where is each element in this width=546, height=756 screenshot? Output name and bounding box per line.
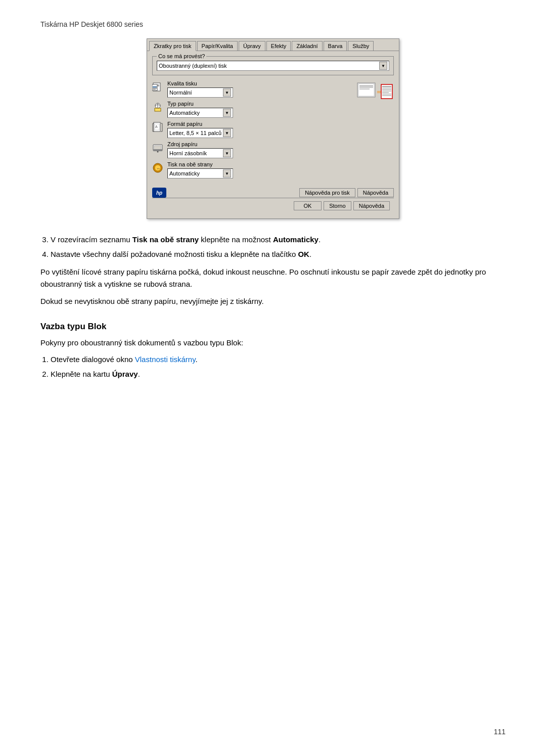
block-step2-text: Klepněte na kartu	[51, 370, 112, 378]
quality-dropdown[interactable]: Normální ▼	[167, 87, 233, 98]
block-step2-bold: Úpravy	[112, 370, 138, 378]
page-number: 111	[494, 728, 506, 736]
paragraph-1: Po vytištění lícové strany papíru tiskár…	[40, 266, 506, 290]
quality-icon	[152, 81, 164, 94]
step3-bold2: Automaticky	[273, 235, 318, 244]
step3-bold: Tisk na obě strany	[132, 235, 199, 244]
paper-source-icon	[152, 142, 164, 154]
group-label: Co se má provést?	[157, 53, 206, 59]
block-step1-text: Otevřete dialogové okno	[51, 355, 135, 364]
step4-text: Nastavte všechny další požadované možnos…	[51, 250, 298, 258]
svg-rect-10	[155, 108, 161, 111]
paper-format-label: Formát papíru	[167, 121, 233, 127]
step4-bold: OK	[298, 250, 309, 258]
svg-text:↔: ↔	[156, 166, 160, 171]
svg-rect-6	[153, 88, 157, 88]
block-steps-list: Otevřete dialogové okno Vlastnosti tiská…	[51, 354, 506, 380]
help-buttons-area: Nápověda pro tisk Nápověda	[299, 188, 394, 197]
tab-edits[interactable]: Úpravy	[239, 41, 265, 51]
paper-source-dropdown[interactable]: Horní zásobník ▼	[167, 148, 233, 158]
help2-button[interactable]: Nápověda	[353, 201, 390, 210]
preview-panel: ⇒	[238, 80, 394, 182]
duplex-row: ↔ Tisk na obě strany Automaticky ▼	[152, 161, 233, 179]
svg-rect-22	[153, 149, 162, 151]
dialog-content: Co se má provést? Oboustranný (duplexní)…	[147, 51, 399, 218]
block-step1-dot: .	[196, 355, 198, 364]
paper-source-row: Zdroj papíru Horní zásobník ▼	[152, 141, 233, 158]
paper-type-icon	[152, 102, 164, 114]
svg-point-23	[157, 151, 159, 153]
block-step2-dot: .	[138, 370, 140, 378]
ok-cancel-area: OK Storno Nápověda	[152, 198, 394, 213]
block-step-2: Klepněte na kartu Úpravy.	[51, 369, 506, 380]
quality-arrow-icon[interactable]: ▼	[223, 88, 231, 97]
ok-button[interactable]: OK	[294, 201, 322, 210]
what-to-do-group: Co se má provést? Oboustranný (duplexní)…	[152, 56, 394, 75]
printer-properties-dialog: Zkratky pro tisk Papír/Kvalita Úpravy Ef…	[147, 38, 399, 219]
cancel-button[interactable]: Storno	[324, 201, 351, 210]
paper-format-icon: A	[152, 122, 164, 134]
page-title: Tiskárna HP Deskjet 6800 series	[40, 20, 506, 28]
dialog-wrapper: Zkratky pro tisk Papír/Kvalita Úpravy Ef…	[40, 38, 506, 219]
content-section: V rozevíracím seznamu Tisk na obě strany…	[40, 234, 506, 380]
tab-basic[interactable]: Základní	[292, 41, 322, 51]
action-dropdown[interactable]: Oboustranný (duplexní) tisk ▼	[157, 61, 389, 71]
paper-format-value: Letter, 8,5 × 11 palců	[169, 130, 221, 136]
svg-text:A: A	[155, 125, 158, 128]
printer-preview-area: ⇒	[238, 80, 394, 113]
paper-source-arrow-icon[interactable]: ▼	[223, 149, 231, 157]
dropdown-arrow-icon[interactable]: ▼	[379, 62, 387, 70]
paper-format-arrow-icon[interactable]: ▼	[223, 129, 231, 137]
paper-type-field: Typ papíru Automaticky ▼	[167, 101, 233, 118]
duplex-icon: ↔	[152, 162, 164, 174]
duplex-value: Automaticky	[169, 170, 200, 176]
paper-format-field: Formát papíru Letter, 8,5 × 11 palců ▼	[167, 121, 233, 138]
step3-rest: klepněte na možnost	[199, 235, 273, 244]
paper-source-value: Horní zásobník	[169, 150, 207, 156]
paper-type-dropdown[interactable]: Automaticky ▼	[167, 108, 233, 118]
action-dropdown-value: Oboustranný (duplexní) tisk	[159, 63, 227, 69]
svg-rect-5	[153, 86, 157, 87]
duplex-label: Tisk na obě strany	[167, 161, 233, 167]
paper-type-value: Automaticky	[169, 110, 200, 116]
paper-type-row: Typ papíru Automaticky ▼	[152, 101, 233, 118]
svg-rect-21	[154, 146, 161, 150]
duplex-field: Tisk na obě strany Automaticky ▼	[167, 161, 233, 179]
paper-type-label: Typ papíru	[167, 101, 233, 107]
paper-source-field: Zdroj papíru Horní zásobník ▼	[167, 141, 233, 158]
fields-panel: Kvalita tisku Normální ▼	[152, 80, 233, 182]
section-intro: Pokyny pro oboustranný tisk dokumentů s …	[40, 337, 506, 349]
hp-logo: hp	[152, 188, 166, 198]
step4-dot: .	[309, 250, 311, 258]
step3-text: V rozevíracím seznamu	[51, 235, 132, 244]
vlastnosti-link[interactable]: Vlastnosti tiskárny	[135, 355, 196, 364]
block-step-1: Otevřete dialogové okno Vlastnosti tiská…	[51, 354, 506, 366]
quality-label: Kvalita tisku	[167, 80, 233, 86]
quality-field: Kvalita tisku Normální ▼	[167, 80, 233, 98]
duplex-arrow-icon[interactable]: ▼	[223, 169, 231, 177]
paragraph-2: Dokud se nevytisknou obě strany papíru, …	[40, 295, 506, 307]
step3-dot: .	[318, 235, 321, 244]
dialog-footer: hp Nápověda pro tisk Nápověda	[152, 186, 394, 198]
tab-services[interactable]: Služby	[348, 41, 374, 51]
paper-format-row: A Formát papíru	[152, 121, 233, 138]
paper-source-label: Zdroj papíru	[167, 141, 233, 147]
section-heading: Vazba typu Blok	[40, 322, 506, 332]
tab-color[interactable]: Barva	[324, 41, 347, 51]
svg-rect-7	[153, 89, 156, 90]
printer-icon: ⇒	[353, 80, 394, 113]
quality-value: Normální	[169, 90, 192, 96]
tab-effects[interactable]: Efekty	[266, 41, 291, 51]
paper-format-dropdown[interactable]: Letter, 8,5 × 11 palců ▼	[167, 128, 233, 138]
duplex-dropdown[interactable]: Automaticky ▼	[167, 168, 233, 179]
quality-row: Kvalita tisku Normální ▼	[152, 80, 233, 98]
help-button[interactable]: Nápověda	[357, 188, 394, 197]
steps-list: V rozevíracím seznamu Tisk na obě strany…	[51, 234, 506, 260]
paper-type-arrow-icon[interactable]: ▼	[223, 109, 231, 117]
dialog-tabs: Zkratky pro tisk Papír/Kvalita Úpravy Ef…	[147, 39, 399, 51]
tab-shortcuts[interactable]: Zkratky pro tisk	[149, 41, 196, 51]
tab-paper-quality[interactable]: Papír/Kvalita	[197, 41, 238, 51]
step-3: V rozevíracím seznamu Tisk na obě strany…	[51, 234, 506, 246]
help-print-button[interactable]: Nápověda pro tisk	[299, 188, 355, 197]
step-4: Nastavte všechny další požadované možnos…	[51, 249, 506, 260]
